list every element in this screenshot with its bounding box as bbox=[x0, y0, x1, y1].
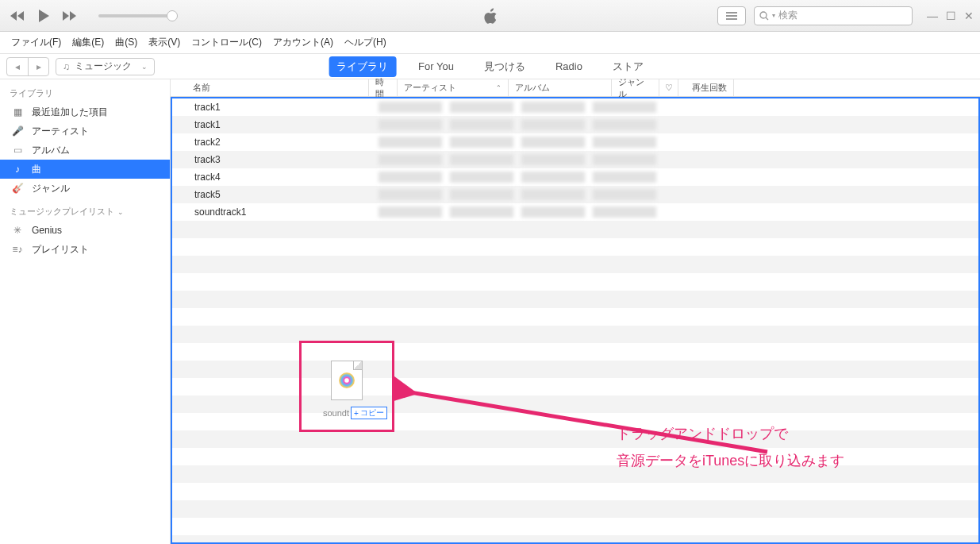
sidebar-item-playlist[interactable]: ≡♪ プレイリスト bbox=[0, 240, 170, 259]
column-headers: 名前 時間 アーティスト ⌃ アルバム ジャンル ♡ 再生回数 bbox=[171, 79, 980, 97]
sidebar-item-recent[interactable]: ▦ 最近追加した項目 bbox=[0, 102, 170, 122]
prev-track-button[interactable] bbox=[10, 10, 25, 21]
back-button[interactable]: ◂ bbox=[7, 58, 28, 75]
grid-icon: ▦ bbox=[11, 106, 24, 118]
menu-view[interactable]: 表示(V) bbox=[145, 34, 183, 51]
sidebar-item-genius[interactable]: ✳ Genius bbox=[0, 221, 170, 240]
table-row[interactable]: track1 bbox=[172, 116, 978, 133]
empty-row bbox=[172, 413, 978, 430]
next-track-button[interactable] bbox=[62, 10, 78, 21]
col-time[interactable]: 時間 bbox=[369, 79, 398, 96]
track-name-cell: soundtrack1 bbox=[172, 206, 371, 218]
table-row[interactable]: track5 bbox=[172, 186, 978, 203]
empty-row bbox=[172, 378, 978, 395]
tab-radio[interactable]: Radio bbox=[548, 57, 590, 75]
sidebar: ライブラリ ▦ 最近追加した項目 🎤 アーティスト ▭ アルバム ♪ 曲 🎸 ジ… bbox=[0, 79, 171, 544]
empty-row bbox=[172, 256, 978, 273]
dropdown-icon: ⌄ bbox=[141, 63, 148, 71]
col-genre[interactable]: ジャンル bbox=[612, 79, 659, 96]
redacted-cell bbox=[521, 189, 585, 200]
empty-row bbox=[172, 308, 978, 326]
track-name-cell: track1 bbox=[172, 119, 371, 130]
sidebar-playlist-header[interactable]: ミュージックプレイリスト ⌄ bbox=[0, 198, 170, 221]
col-album[interactable]: アルバム bbox=[509, 79, 612, 96]
empty-row bbox=[172, 361, 978, 378]
redacted-cell bbox=[450, 172, 513, 183]
close-button[interactable]: ✕ bbox=[964, 10, 974, 22]
col-plays[interactable]: 再生回数 bbox=[678, 79, 734, 96]
sidebar-item-genres[interactable]: 🎸 ジャンル bbox=[0, 179, 170, 198]
table-row[interactable]: soundtrack1 bbox=[172, 203, 978, 221]
sidebar-item-label: アーティスト bbox=[32, 125, 89, 138]
window-controls: — ☐ ✕ bbox=[927, 10, 974, 22]
table-row[interactable]: track1 bbox=[172, 98, 978, 116]
menu-edit[interactable]: 編集(E) bbox=[69, 34, 107, 51]
col-love[interactable]: ♡ bbox=[659, 79, 678, 96]
sidebar-item-albums[interactable]: ▭ アルバム bbox=[0, 141, 170, 160]
redacted-cell bbox=[521, 102, 585, 113]
sidebar-item-label: 曲 bbox=[32, 163, 41, 176]
redacted-cell bbox=[450, 119, 513, 130]
col-name[interactable]: 名前 bbox=[171, 79, 369, 96]
disc-icon bbox=[339, 372, 355, 388]
redacted-cell bbox=[521, 119, 585, 130]
menu-file[interactable]: ファイル(F) bbox=[8, 34, 64, 51]
col-artist[interactable]: アーティスト ⌃ bbox=[398, 79, 509, 96]
redacted-cell bbox=[521, 206, 585, 218]
table-row[interactable]: track2 bbox=[172, 133, 978, 151]
table-row[interactable]: track3 bbox=[172, 151, 978, 168]
redacted-cell bbox=[379, 189, 442, 200]
forward-button[interactable]: ▸ bbox=[28, 58, 48, 75]
track-name-cell: track3 bbox=[172, 154, 371, 165]
svg-line-1 bbox=[766, 17, 768, 20]
empty-row bbox=[172, 465, 978, 483]
sidebar-item-label: アルバム bbox=[32, 144, 70, 157]
menu-control[interactable]: コントロール(C) bbox=[188, 34, 265, 51]
redacted-cell bbox=[593, 137, 656, 148]
copy-badge: + コピー bbox=[351, 407, 387, 419]
redacted-cell bbox=[521, 172, 585, 183]
redacted-cell bbox=[379, 154, 442, 165]
track-name-cell: track1 bbox=[172, 102, 371, 113]
tab-store[interactable]: ストア bbox=[605, 56, 651, 77]
redacted-cell bbox=[521, 154, 585, 165]
play-button[interactable] bbox=[37, 9, 51, 23]
empty-row bbox=[172, 483, 978, 500]
menu-song[interactable]: 曲(S) bbox=[112, 34, 140, 51]
table-row[interactable]: track4 bbox=[172, 168, 978, 186]
menubar: ファイル(F) 編集(E) 曲(S) 表示(V) コントロール(C) アカウント… bbox=[0, 32, 980, 54]
sidebar-item-artists[interactable]: 🎤 アーティスト bbox=[0, 122, 170, 141]
sidebar-library-header: ライブラリ bbox=[0, 84, 170, 102]
track-list-area[interactable]: track1track1track2track3track4track5soun… bbox=[171, 97, 980, 544]
redacted-cell bbox=[593, 102, 656, 113]
track-name-cell: track4 bbox=[172, 172, 371, 183]
redacted-cell bbox=[521, 137, 585, 148]
tab-discover[interactable]: 見つける bbox=[476, 56, 533, 77]
redacted-cell bbox=[379, 172, 442, 183]
dragged-file-icon bbox=[331, 361, 363, 400]
media-type-select[interactable]: ♫ ミュージック ⌄ bbox=[56, 58, 155, 75]
empty-row bbox=[172, 238, 978, 256]
empty-row bbox=[172, 518, 978, 535]
redacted-cell bbox=[379, 119, 442, 130]
nav-tabs: ライブラリ For You 見つける Radio ストア bbox=[329, 56, 651, 77]
menu-help[interactable]: ヘルプ(H) bbox=[341, 34, 390, 51]
note-icon: ♪ bbox=[11, 164, 24, 175]
menu-account[interactable]: アカウント(A) bbox=[270, 34, 336, 51]
tab-library[interactable]: ライブラリ bbox=[329, 56, 396, 77]
apple-logo-icon bbox=[482, 7, 498, 25]
redacted-cell bbox=[593, 172, 656, 183]
track-name-cell: track5 bbox=[172, 189, 371, 200]
volume-slider[interactable] bbox=[98, 14, 178, 17]
list-view-button[interactable] bbox=[717, 6, 746, 25]
search-input[interactable]: ▾ 検索 bbox=[754, 6, 913, 25]
chevron-down-icon: ⌄ bbox=[117, 208, 124, 216]
playback-controls bbox=[0, 9, 178, 23]
redacted-cell bbox=[593, 206, 656, 218]
maximize-button[interactable]: ☐ bbox=[946, 10, 956, 22]
sort-caret-icon: ⌃ bbox=[496, 84, 502, 91]
heart-icon: ♡ bbox=[665, 83, 673, 93]
sidebar-item-songs[interactable]: ♪ 曲 bbox=[0, 160, 170, 179]
minimize-button[interactable]: — bbox=[927, 10, 938, 22]
tab-for-you[interactable]: For You bbox=[410, 57, 462, 75]
